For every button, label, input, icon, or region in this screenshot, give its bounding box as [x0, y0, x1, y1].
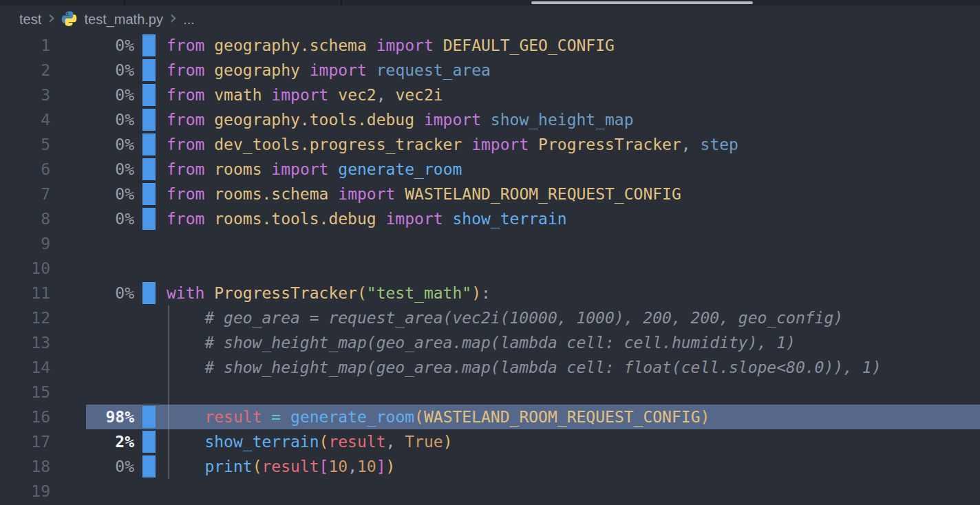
code-line-2[interactable]: 2 0% from geography import request_area — [0, 58, 980, 83]
line-number-gutter[interactable]: 17 — [0, 429, 86, 454]
token — [262, 160, 272, 178]
profiler-percent-badge: 0% — [86, 182, 134, 206]
line-body[interactable]: 0% from rooms.schema import WASTELAND_RO… — [86, 182, 980, 206]
line-body[interactable]: 0% from geography.tools.debug import sho… — [86, 107, 980, 132]
code-line-5[interactable]: 5 0% from dev_tools.progress_tracker imp… — [0, 132, 980, 157]
line-body[interactable]: # show_height_map(geo_area.map(lambda ce… — [86, 330, 980, 355]
code-line-3[interactable]: 3 0% from vmath import vec2, vec2i — [0, 83, 980, 107]
token: import — [424, 111, 481, 129]
code-line-7[interactable]: 7 0% from rooms.schema import WASTELAND_… — [0, 182, 980, 206]
token: , — [348, 458, 357, 475]
token: result — [204, 408, 262, 426]
line-body[interactable]: 0% from geography import request_area — [86, 58, 980, 83]
code-line-12[interactable]: 12 # geo_area = request_area(vec2i(10000… — [0, 305, 980, 330]
gutter-change-marker — [142, 84, 156, 106]
code-line-19[interactable]: 19 — [0, 479, 980, 504]
code-line-17[interactable]: 17 2% show_terrain(result, True) — [0, 429, 980, 454]
code-line-8[interactable]: 8 0% from rooms.tools.debug import show_… — [0, 206, 980, 231]
breadcrumb: test › test_math.py › ... — [0, 6, 980, 33]
token — [204, 185, 214, 203]
profiler-percent-badge: 2% — [86, 429, 134, 454]
code-line-4[interactable]: 4 0% from geography.tools.debug import s… — [0, 107, 980, 132]
token — [386, 86, 396, 104]
line-body[interactable] — [86, 380, 980, 405]
code-line-9[interactable]: 9 — [0, 231, 980, 256]
line-number-gutter[interactable]: 11 — [0, 281, 86, 305]
token: from — [167, 36, 204, 54]
token: generate_room — [290, 408, 414, 426]
profiler-percent-badge: 0% — [86, 107, 134, 132]
breadcrumb-folder[interactable]: test — [19, 12, 41, 28]
token — [395, 185, 405, 203]
line-body[interactable]: 0% from vmath import vec2, vec2i — [86, 83, 980, 107]
code-area[interactable]: 1 0% from geography.schema import DEFAUL… — [0, 33, 980, 504]
token — [167, 433, 204, 451]
token: from — [167, 136, 204, 153]
line-number-gutter[interactable]: 16 — [0, 405, 86, 429]
line-body[interactable]: # geo_area = request_area(vec2i(10000, 1… — [86, 305, 980, 330]
line-body[interactable]: 0% from dev_tools.progress_tracker impor… — [86, 132, 980, 157]
line-body[interactable]: 2% show_terrain(result, True) — [86, 429, 980, 454]
profiler-percent-badge: 0% — [86, 157, 134, 182]
token: , — [386, 433, 396, 451]
line-number-gutter[interactable]: 2 — [0, 58, 86, 83]
line-number-gutter[interactable]: 15 — [0, 380, 86, 405]
line-body[interactable]: 0% with ProgressTracker("test_math"): — [86, 281, 980, 305]
code-text: from dev_tools.progress_tracker import P… — [167, 132, 738, 157]
line-number-gutter[interactable]: 13 — [0, 330, 86, 355]
line-body[interactable]: 0% from rooms.tools.debug import show_te… — [86, 206, 980, 231]
line-body[interactable]: 98% result = generate_room(WASTELAND_ROO… — [86, 405, 980, 429]
profiler-percent-badge: 0% — [86, 206, 134, 231]
breadcrumb-file[interactable]: test_math.py — [84, 12, 163, 28]
line-number-gutter[interactable]: 18 — [0, 454, 86, 479]
token: request_area — [376, 61, 491, 79]
line-number-gutter[interactable]: 5 — [0, 132, 86, 157]
line-body[interactable]: 0% from rooms import generate_room — [86, 157, 980, 182]
line-body[interactable]: # show_height_map(geo_area.map(lambda ce… — [86, 355, 980, 380]
token: , — [681, 136, 691, 153]
code-line-13[interactable]: 13 # show_height_map(geo_area.map(lambda… — [0, 330, 980, 355]
code-text: with ProgressTracker("test_math"): — [167, 281, 491, 305]
code-line-16[interactable]: 16 98% result = generate_room(WASTELAND_… — [0, 405, 980, 429]
line-body[interactable] — [86, 231, 980, 256]
chevron-right-icon: › — [47, 11, 55, 25]
profiler-percent-badge: 0% — [86, 454, 134, 479]
line-body[interactable] — [86, 256, 980, 281]
token — [204, 284, 214, 302]
line-number-gutter[interactable]: 8 — [0, 206, 86, 231]
profiler-percent-badge: 0% — [86, 132, 134, 157]
token: step — [701, 136, 738, 153]
line-number-gutter[interactable]: 3 — [0, 83, 86, 107]
code-line-11[interactable]: 11 0% with ProgressTracker("test_math"): — [0, 281, 980, 305]
line-body[interactable] — [86, 479, 980, 504]
code-line-6[interactable]: 6 0% from rooms import generate_room — [0, 157, 980, 182]
token — [204, 61, 214, 79]
code-line-14[interactable]: 14 # show_height_map(geo_area.map(lambda… — [0, 355, 980, 380]
code-line-15[interactable]: 15 — [0, 380, 980, 405]
token — [204, 210, 214, 228]
gutter-change-marker — [142, 431, 156, 453]
gutter-change-marker — [142, 133, 156, 155]
line-number-gutter[interactable]: 19 — [0, 479, 86, 504]
line-body[interactable]: 0% print(result[10,10]) — [86, 454, 980, 479]
line-body[interactable]: 0% from geography.schema import DEFAULT_… — [86, 33, 980, 58]
gutter-change-marker — [142, 406, 156, 428]
line-number-gutter[interactable]: 9 — [0, 231, 86, 256]
tab-scrollbar-indicator — [531, 1, 753, 4]
line-number-gutter[interactable]: 7 — [0, 182, 86, 206]
token: import — [271, 86, 328, 104]
line-number-gutter[interactable]: 4 — [0, 107, 86, 132]
token: 10 — [328, 458, 348, 475]
line-number-gutter[interactable]: 14 — [0, 355, 86, 380]
breadcrumb-symbol-more[interactable]: ... — [183, 12, 195, 28]
token: 10 — [357, 458, 376, 475]
token: ( — [253, 458, 262, 475]
line-number-gutter[interactable]: 10 — [0, 256, 86, 281]
line-number-gutter[interactable]: 6 — [0, 157, 86, 182]
code-line-10[interactable]: 10 — [0, 256, 980, 281]
line-number-gutter[interactable]: 1 — [0, 33, 86, 58]
profiler-percent-badge — [86, 305, 134, 330]
code-line-1[interactable]: 1 0% from geography.schema import DEFAUL… — [0, 33, 980, 58]
code-line-18[interactable]: 18 0% print(result[10,10]) — [0, 454, 980, 479]
line-number-gutter[interactable]: 12 — [0, 305, 86, 330]
